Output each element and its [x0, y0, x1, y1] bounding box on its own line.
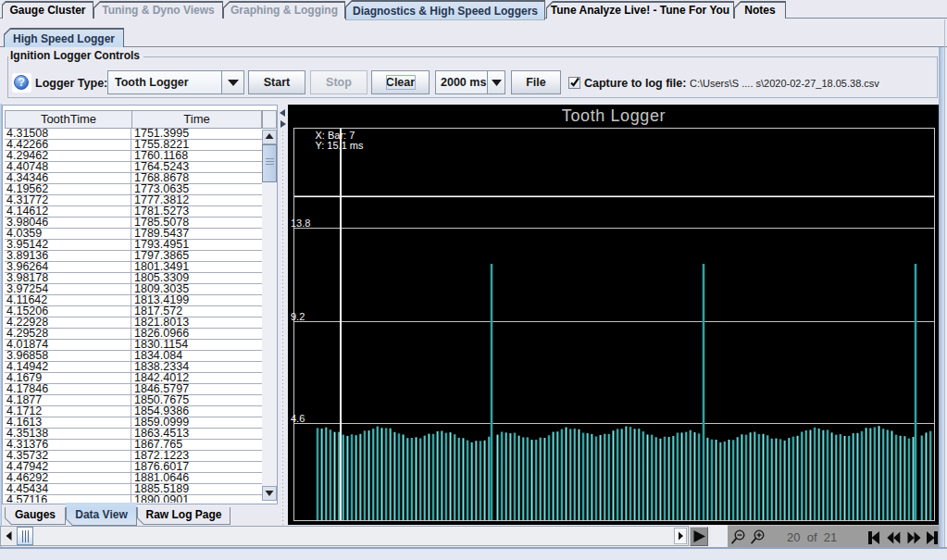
svg-text:Tooth Logger: Tooth Logger	[562, 106, 666, 125]
svg-text:4.6: 4.6	[291, 413, 305, 424]
svg-text:Y: 15.1 ms: Y: 15.1 ms	[316, 140, 364, 151]
svg-text:13.8: 13.8	[291, 218, 310, 229]
svg-text:9.2: 9.2	[291, 311, 305, 322]
